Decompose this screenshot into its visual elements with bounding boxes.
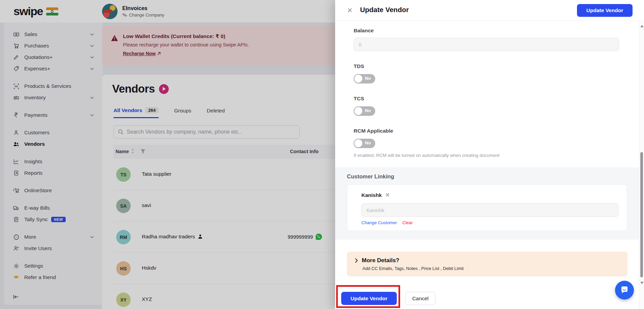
more-details-title: More Details? — [362, 257, 399, 264]
change-customer-link[interactable]: Change Customer — [361, 220, 397, 225]
rcm-toggle[interactable]: No — [354, 139, 375, 148]
customer-linking-heading: Customer Linking — [347, 173, 627, 180]
customer-linking-section: Customer Linking Kanishk ✕ Change Custom… — [335, 167, 639, 240]
customer-input[interactable] — [361, 203, 618, 217]
selected-customer-name: Kanishk — [361, 192, 382, 198]
rcm-help-text: If enabled, RCM will be turned on automa… — [354, 153, 619, 158]
update-vendor-header-button[interactable]: Update Vendor — [577, 4, 633, 17]
toggle-knob — [354, 75, 362, 83]
tds-toggle[interactable]: No — [354, 74, 375, 83]
chat-widget-button[interactable] — [615, 281, 634, 300]
more-details-subtitle: Add CC Emails, Tags, Notes , Price List … — [362, 266, 621, 271]
scroll-down-arrow[interactable] — [640, 282, 644, 284]
customer-linking-card: Kanishk ✕ Change Customer Clear — [347, 184, 627, 231]
toggle-knob — [354, 139, 362, 147]
drawer-header: × Update Vendor Update Vendor — [335, 0, 644, 21]
drawer-body: Balance TDS No TCS No RCM Applicable No … — [335, 21, 639, 279]
scrollbar-thumb[interactable] — [640, 152, 643, 277]
toggle-knob — [354, 107, 362, 115]
drawer-overlay[interactable] — [0, 0, 335, 309]
clear-link[interactable]: Clear — [402, 220, 413, 225]
drawer-scrollbar — [639, 21, 644, 309]
tds-label: TDS — [354, 63, 619, 69]
toggle-value: No — [365, 108, 371, 113]
balance-input[interactable] — [354, 38, 619, 51]
chat-bubble-icon — [620, 285, 629, 295]
drawer-title: Update Vendor — [360, 6, 409, 14]
toggle-value: No — [365, 140, 371, 145]
chevron-right-icon — [355, 258, 358, 263]
rcm-label: RCM Applicable — [354, 128, 619, 134]
close-icon[interactable]: × — [347, 5, 352, 15]
update-vendor-drawer: × Update Vendor Update Vendor Balance TD… — [335, 0, 644, 309]
cancel-button[interactable]: Cancel — [405, 292, 436, 305]
more-details-expander[interactable]: More Details? Add CC Emails, Tags, Notes… — [347, 252, 627, 276]
drawer-footer: Update Vendor Cancel — [335, 279, 644, 309]
toggle-value: No — [365, 76, 371, 81]
balance-label: Balance — [354, 28, 619, 34]
remove-customer-icon[interactable]: ✕ — [385, 192, 390, 199]
update-vendor-button[interactable]: Update Vendor — [341, 292, 397, 305]
tcs-toggle[interactable]: No — [354, 106, 375, 116]
tcs-label: TCS — [354, 96, 619, 102]
scroll-up-arrow[interactable] — [640, 25, 644, 27]
